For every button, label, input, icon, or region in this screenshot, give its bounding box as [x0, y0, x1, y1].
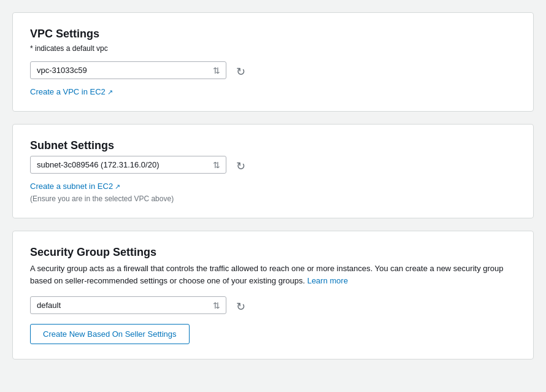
vpc-section-note: * indicates a default vpc: [30, 44, 516, 53]
create-new-based-on-seller-settings-button[interactable]: Create New Based On Seller Settings: [30, 324, 190, 344]
security-group-select[interactable]: default: [30, 296, 226, 314]
security-group-select-wrapper: default ⇅: [30, 296, 226, 314]
vpc-select-wrapper: vpc-31033c59 ⇅: [30, 61, 226, 79]
vpc-control-row: vpc-31033c59 ⇅ ↻: [30, 61, 516, 79]
subnet-create-link-wrapper: Create a subnet in EC2↗: [30, 181, 516, 191]
subnet-select-wrapper: subnet-3c089546 (172.31.16.0/20) ⇅: [30, 156, 226, 174]
vpc-external-icon: ↗: [107, 88, 113, 96]
vpc-create-link-wrapper: Create a VPC in EC2↗: [30, 86, 516, 96]
security-group-refresh-button[interactable]: ↻: [233, 298, 248, 313]
vpc-select[interactable]: vpc-31033c59: [30, 61, 226, 79]
subnet-section-title: Subnet Settings: [30, 139, 516, 152]
subnet-vpc-note: (Ensure you are in the selected VPC abov…: [30, 194, 516, 203]
security-group-control-row: default ⇅ ↻: [30, 296, 516, 314]
vpc-section-title: VPC Settings: [30, 28, 516, 40]
vpc-refresh-button[interactable]: ↻: [233, 63, 248, 79]
security-group-learn-more-link[interactable]: Learn more: [307, 276, 348, 285]
security-group-description: A security group acts as a firewall that…: [30, 263, 516, 286]
vpc-refresh-icon: ↻: [235, 65, 246, 76]
subnet-settings-section: Subnet Settings subnet-3c089546 (172.31.…: [12, 124, 534, 218]
security-group-section-title: Security Group Settings: [30, 246, 516, 259]
subnet-refresh-icon: ↻: [235, 159, 246, 171]
subnet-select[interactable]: subnet-3c089546 (172.31.16.0/20): [30, 156, 226, 174]
security-group-refresh-icon: ↻: [235, 300, 246, 311]
security-group-settings-section: Security Group Settings A security group…: [12, 231, 534, 359]
subnet-refresh-button[interactable]: ↻: [233, 157, 248, 173]
subnet-control-row: subnet-3c089546 (172.31.16.0/20) ⇅ ↻: [30, 156, 516, 174]
vpc-create-link[interactable]: Create a VPC in EC2↗: [30, 87, 113, 96]
subnet-create-link[interactable]: Create a subnet in EC2↗: [30, 182, 120, 191]
subnet-external-icon: ↗: [115, 183, 120, 190]
vpc-settings-section: VPC Settings * indicates a default vpc v…: [12, 12, 534, 112]
